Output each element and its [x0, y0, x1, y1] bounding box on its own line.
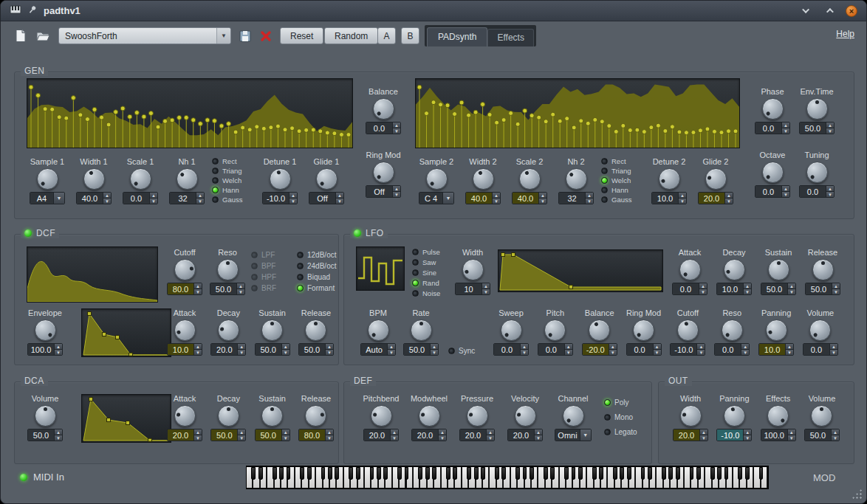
piano-black-key[interactable] [258, 467, 263, 480]
spin-up-icon[interactable]: ▲ [654, 344, 661, 350]
spin-down-icon[interactable]: ▼ [826, 128, 834, 134]
spinbox-decay[interactable]: 50.0▲▼ [210, 429, 246, 441]
spin-down-icon[interactable]: ▼ [782, 128, 789, 134]
spin-down-icon[interactable]: ▼ [535, 435, 542, 441]
open-preset-button[interactable] [33, 27, 52, 45]
spinbox-reso[interactable]: 0.0▲▼ [714, 343, 750, 356]
spinbox-width[interactable]: 10▲▼ [455, 283, 490, 295]
knob-effects[interactable] [767, 405, 789, 427]
radio-biquad[interactable]: Biquad [297, 273, 336, 281]
lfo-envelope-display[interactable] [498, 249, 663, 292]
radio-gauss[interactable]: Gauss [212, 196, 255, 204]
spin-up-icon[interactable]: ▲ [782, 186, 789, 192]
spinbox-detune-1[interactable]: -10.0▲▼ [262, 192, 298, 204]
spin-down-icon[interactable]: ▼ [744, 435, 751, 441]
knob-octave[interactable] [762, 162, 784, 183]
spin-down-icon[interactable]: ▼ [609, 350, 617, 355]
spin-down-icon[interactable]: ▼ [832, 435, 839, 441]
knob-modwheel[interactable] [419, 405, 440, 427]
spin-down-icon[interactable]: ▼ [725, 199, 733, 204]
spinbox-nh-1[interactable]: 32▲▼ [169, 192, 205, 204]
spinbox-balance[interactable]: 0.0▲▼ [366, 122, 401, 134]
knob-nh-1[interactable] [177, 168, 198, 190]
spinbox-pressure[interactable]: 20.0▲▼ [459, 429, 495, 441]
radio-poly[interactable]: Poly [604, 398, 637, 407]
piano-black-key[interactable] [620, 467, 624, 480]
preset-combo[interactable]: SwooshForth ▼ [58, 27, 231, 44]
spinbox-velocity[interactable]: 20.0▲▼ [507, 429, 543, 441]
knob-scale-1[interactable] [130, 168, 151, 190]
spin-up-icon[interactable]: ▲ [535, 429, 542, 435]
spin-up-icon[interactable]: ▲ [697, 344, 705, 350]
dcf-envelope-display[interactable] [81, 308, 171, 357]
spin-up-icon[interactable]: ▲ [487, 429, 494, 435]
radio-hann[interactable]: Hann [212, 186, 255, 194]
spin-up-icon[interactable]: ▲ [700, 429, 707, 435]
spin-down-icon[interactable]: ▼ [782, 192, 789, 197]
radio-noise[interactable]: Noise [412, 289, 440, 297]
knob-panning[interactable] [766, 320, 787, 341]
spinbox-width-1[interactable]: 40.0▲▼ [76, 192, 112, 204]
tab-effects[interactable]: Effects [487, 29, 533, 46]
spinbox-modwheel[interactable]: 20.0▲▼ [411, 429, 447, 441]
radio-triang[interactable]: Triang [212, 167, 255, 175]
knob-attack[interactable] [174, 320, 196, 341]
spin-up-icon[interactable]: ▲ [237, 283, 244, 289]
knob-channel[interactable] [563, 405, 584, 427]
knob-reso[interactable] [217, 259, 239, 280]
knob-release[interactable] [812, 259, 834, 280]
spin-up-icon[interactable]: ▲ [282, 429, 289, 435]
radio-12db-oct[interactable]: 12dB/oct [297, 251, 336, 259]
radio-sine[interactable]: Sine [412, 269, 440, 277]
knob-detune-2[interactable] [659, 168, 680, 190]
spin-up-icon[interactable]: ▲ [326, 344, 333, 350]
osc2-spectrum-display[interactable] [415, 78, 740, 148]
spin-up-icon[interactable]: ▲ [832, 283, 840, 289]
spin-down-icon[interactable]: ▼ [393, 192, 400, 197]
radio-gauss[interactable]: Gauss [601, 196, 644, 204]
radio-sync[interactable]: Sync [448, 347, 475, 355]
spinbox-tuning[interactable]: 0.0▲▼ [799, 185, 835, 198]
delete-preset-button[interactable] [256, 27, 275, 45]
piano-black-key[interactable] [662, 467, 666, 480]
piano-black-key[interactable] [641, 467, 645, 480]
knob-pressure[interactable] [467, 405, 488, 427]
piano-black-key[interactable] [474, 467, 479, 480]
knob-volume[interactable] [809, 320, 831, 341]
reset-button[interactable]: Reset [280, 27, 323, 44]
spin-up-icon[interactable]: ▲ [830, 344, 837, 350]
spin-up-icon[interactable]: ▲ [393, 186, 400, 192]
spin-up-icon[interactable]: ▲ [699, 283, 707, 289]
spin-down-icon[interactable]: ▼ [482, 289, 490, 294]
spinbox-pitch[interactable]: 0.0▲▼ [538, 343, 573, 356]
spin-down-icon[interactable]: ▼ [741, 350, 749, 355]
piano-black-key[interactable] [279, 467, 284, 480]
spin-up-icon[interactable]: ▲ [782, 122, 789, 128]
spin-up-icon[interactable]: ▲ [194, 344, 202, 350]
knob-velocity[interactable] [515, 405, 536, 427]
knob-glide-1[interactable] [316, 168, 337, 190]
spin-down-icon[interactable]: ▼ [832, 289, 840, 294]
spin-up-icon[interactable]: ▲ [521, 344, 528, 350]
knob-bpm[interactable] [368, 320, 389, 341]
spinbox-volume[interactable]: 50.0▲▼ [804, 429, 840, 441]
piano-black-key[interactable] [349, 467, 353, 480]
radio-lpf[interactable]: LPF [251, 251, 276, 259]
maximize-button[interactable] [823, 6, 834, 16]
spinbox-panning[interactable]: 10.0▲▼ [758, 343, 794, 356]
spin-up-icon[interactable]: ▲ [826, 122, 834, 128]
lfo-wave-display[interactable] [356, 246, 405, 291]
piano-black-key[interactable] [690, 467, 694, 480]
spin-up-icon[interactable]: ▲ [391, 429, 398, 435]
spin-down-icon[interactable]: ▼ [487, 435, 494, 441]
knob-phase[interactable] [762, 98, 784, 120]
radio-rand[interactable]: Rand [412, 279, 440, 287]
piano-black-key[interactable] [550, 467, 555, 480]
piano-black-key[interactable] [307, 467, 312, 480]
spin-up-icon[interactable]: ▲ [55, 344, 62, 350]
knob-scale-2[interactable] [519, 168, 541, 190]
radio-formant[interactable]: Formant [297, 284, 336, 292]
piano-black-key[interactable] [335, 467, 339, 480]
radio-welch[interactable]: Welch [601, 176, 644, 184]
piano-black-key[interactable] [453, 467, 457, 480]
